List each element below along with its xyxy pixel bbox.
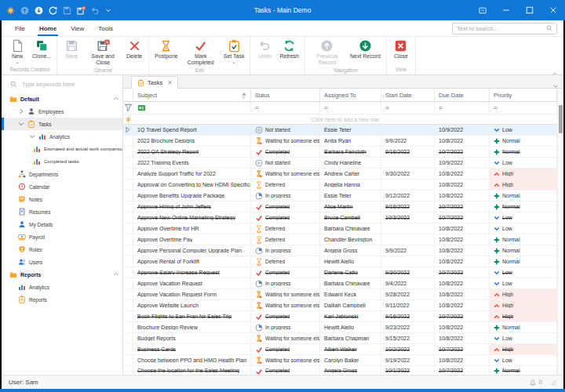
filter-cell[interactable]: = [251,102,320,114]
sidebar-item-my-details[interactable]: My Details [2,218,122,230]
column-header-start-date[interactable]: Start Date [381,89,435,101]
equals-operator-icon[interactable]: = [255,105,259,111]
delete-button[interactable]: Delete [122,38,146,60]
set-task-button[interactable]: Set Task⌄ [221,38,248,64]
vertical-scrollbar[interactable] [557,89,563,375]
sidebar-item-notes[interactable]: Notes [2,193,122,205]
sidebar-item-completed-tasks[interactable]: Completed tasks [2,155,122,168]
tab-tasks[interactable]: Tasks ✕ [131,76,178,89]
save-and-close-icon[interactable] [77,6,86,15]
sidebar-item-employees[interactable]: Employees [2,105,122,118]
table-row[interactable]: Approve New Online Marketing StrategyCom… [123,212,557,223]
table-row[interactable]: Approve Hiring of John JeffersCompletedA… [123,201,557,212]
column-header-assigned-to[interactable]: Assigned To [320,89,381,101]
new-button[interactable]: New⌄ [5,38,29,64]
table-row[interactable]: Budget ReportsWaiting for someone elseBa… [123,333,557,344]
column-header-due-date[interactable]: Due Date [435,89,490,101]
sidebar-item-users[interactable]: Users [2,256,122,268]
table-row[interactable]: 2022 QA Strategy ReportCompletedBarbara … [123,147,557,158]
ribbon-display-options-icon[interactable] [471,0,494,20]
close-icon[interactable] [541,0,565,20]
sidebar-item-analytics[interactable]: Analytics [2,281,122,293]
next-record-icon[interactable] [35,6,43,15]
table-row[interactable]: Brochure Design ReviewIn progressHewitt … [123,322,557,333]
ribbon-tab-file[interactable]: File [8,20,32,36]
sidebar-item-payroll[interactable]: Payroll [2,230,122,243]
sidebar-search-input[interactable] [22,81,114,88]
sidebar-item-analytics[interactable]: Analytics [2,130,122,143]
save-and-close-button[interactable]: Save and Close [83,38,122,66]
maximize-icon[interactable] [518,0,541,20]
table-row[interactable]: Choose between PPO and HMO Health PlanWa… [123,355,557,366]
equals-operator-icon[interactable]: = [385,105,389,111]
clone-button[interactable]: Clone... [29,38,54,60]
table-row[interactable]: Approve Overtime PayDeferredChandler Bev… [123,234,557,245]
undo-icon[interactable] [91,6,100,15]
table-row[interactable]: Approve Salary Increase RequestCompleted… [123,267,557,278]
sidebar-item-default[interactable]: Default [2,93,122,105]
table-row[interactable]: Approve Benefits Upgrade PackageIn progr… [123,191,557,201]
qat-dropdown-icon[interactable] [105,7,111,13]
minimize-icon[interactable] [494,0,518,20]
scrollbar-thumb[interactable] [559,105,563,133]
table-row[interactable]: 2022 Brochure DesignsWaiting for someone… [123,136,557,147]
mark-completed-button[interactable]: Mark Completed [181,38,221,66]
table-row[interactable]: Approve Vacation RequestIn progressBarba… [123,278,557,289]
filter-cell[interactable] [133,102,251,114]
undo-button[interactable]: Undo [253,38,276,60]
table-row[interactable]: Approval on Converting to New HDMI Speci… [123,180,557,191]
previous-record-button[interactable]: Previous Record [308,38,347,66]
save-icon[interactable] [63,6,71,15]
refresh-icon[interactable] [49,6,57,15]
sidebar-item-calendar[interactable]: Calendar [2,180,122,193]
postpone-button[interactable]: Postpone [151,38,181,60]
table-row[interactable]: Approve Vacation Request FormWaiting for… [123,289,557,300]
ribbon-tab-home[interactable]: Home [32,20,64,36]
ribbon-tab-tools[interactable]: Tools [91,20,120,36]
column-header-subject[interactable]: Subject [133,89,251,101]
table-row[interactable]: Book Flights to San Fran for Sales TripC… [123,311,557,322]
chevron-up-icon[interactable] [113,271,119,278]
tab-close-icon[interactable]: ✕ [167,80,172,85]
filter-cell[interactable]: = [381,102,435,114]
filter-cell[interactable]: = [435,102,490,114]
priority-cell: Low [490,278,557,289]
equals-operator-icon[interactable]: = [324,105,328,111]
bell-icon[interactable] [529,379,537,387]
column-header-status[interactable]: Status [251,89,320,101]
sidebar-item-departments[interactable]: Departments [2,168,122,180]
chevron-up-icon[interactable] [113,96,119,102]
equals-operator-icon[interactable]: = [439,105,443,111]
table-row[interactable]: 2022 Training EventsNot startedCindy Han… [123,158,557,169]
table-row[interactable]: Approve Rental of ForkliftDeferredHewitt… [123,256,557,267]
table-row[interactable]: Approve Website LaunchWaiting for someon… [123,300,557,311]
table-row[interactable]: Approve Personal Computer Upgrade PlanIn… [123,245,557,256]
filter-cell[interactable]: = [320,102,381,114]
next-record-button[interactable]: Next Record [347,38,384,60]
previous-record-icon[interactable] [20,6,29,15]
sidebar-item-tasks[interactable]: Tasks [2,118,122,130]
sidebar-item-resumes[interactable]: Resumes [2,205,122,218]
column-header-priority[interactable]: Priority [490,89,557,101]
table-row[interactable]: Approve Overtime for HRDeferredBarbara C… [123,223,557,234]
table-row[interactable]: 1Q Travel Spend ReportNot startedEssie T… [123,125,557,136]
ribbon-tab-view[interactable]: View [64,20,91,36]
new-item-row[interactable]: Click here to add a new row [123,114,557,125]
table-row[interactable]: Business CardsCompletedAlbert Walker10/2… [123,344,557,355]
sidebar-item-reports[interactable]: Reports [2,293,122,306]
ribbon-collapse-icon[interactable] [552,66,558,72]
equals-operator-icon[interactable]: = [494,105,498,111]
table-row[interactable]: Choose the location for the Sales Meetin… [123,366,557,374]
sidebar-item-estimated-and-actual-work-comparison[interactable]: Estimated and actual work comparison [2,143,122,155]
filter-cell[interactable]: = [490,102,557,114]
close-button[interactable]: Close [389,38,413,60]
save-button[interactable]: Save [60,38,83,60]
completed-icon [255,148,263,156]
table-row[interactable]: Analyze Support Traffic for 2022Waiting … [123,169,557,180]
sidebar-item-reports[interactable]: Reports [2,268,122,281]
sidebar-item-roles[interactable]: Roles [2,243,122,256]
refresh-button[interactable]: Refresh [276,38,302,60]
ribbon-search-input[interactable] [457,25,546,32]
tab-list-chevron-icon[interactable] [552,78,559,85]
resize-grip[interactable] [550,379,556,386]
